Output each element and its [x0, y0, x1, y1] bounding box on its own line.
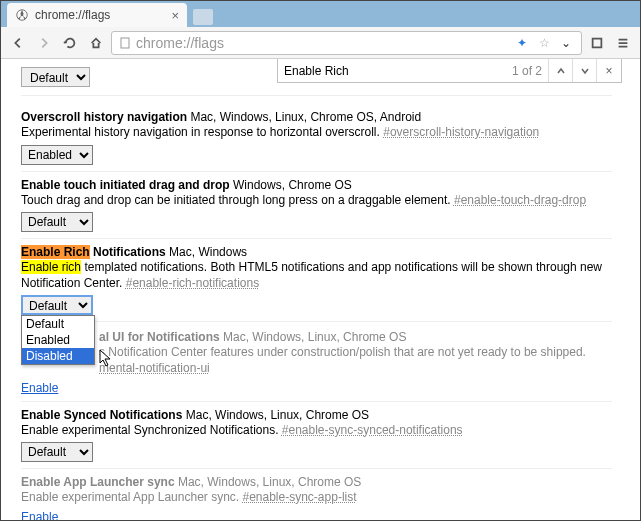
flag-app-launcher-sync: Enable App Launcher sync Mac, Windows, L… [21, 469, 612, 520]
flag-title: al UI for Notifications Mac, Windows, Li… [21, 330, 612, 344]
enable-link[interactable]: Enable [21, 510, 58, 520]
option-disabled[interactable]: Disabled [22, 348, 94, 364]
flag-desc: Enable experimental App Launcher sync. #… [21, 490, 612, 506]
content-area: 1 of 2 × Default Overscroll history navi… [1, 59, 640, 520]
pocket-icon[interactable]: ⌄ [557, 34, 575, 52]
omnibox[interactable]: chrome://flags ✦ ☆ ⌄ [111, 31, 582, 55]
close-icon[interactable]: × [171, 8, 179, 23]
flag-title: Enable Synced Notifications Mac, Windows… [21, 408, 612, 422]
option-enabled[interactable]: Enabled [22, 332, 94, 348]
select-dropdown: Default Enabled Disabled [21, 315, 95, 365]
flags-scroll[interactable]: Default Overscroll history navigation Ma… [1, 59, 640, 520]
flag-hashlink[interactable]: #enable-rich-notifications [126, 276, 259, 290]
new-tab-button[interactable] [193, 9, 213, 25]
flag-select-open[interactable]: Default [21, 295, 93, 315]
flag-desc: Enable experimental Synchronized Notific… [21, 423, 612, 439]
fullscreen-button[interactable] [586, 32, 608, 54]
flag-hashlink[interactable]: #overscroll-history-navigation [383, 125, 539, 139]
flag-title: Enable Rich Notifications Mac, Windows [21, 245, 612, 259]
flag-desc: s Notification Center features under con… [21, 345, 612, 376]
tab-active[interactable]: chrome://flags × [7, 3, 187, 27]
tab-bar: chrome://flags × [1, 1, 640, 27]
flag-overscroll: Overscroll history navigation Mac, Windo… [21, 104, 612, 172]
toolbar: chrome://flags ✦ ☆ ⌄ [1, 27, 640, 59]
flag-select[interactable]: Default [21, 442, 93, 462]
menu-button[interactable] [612, 32, 634, 54]
top-select[interactable]: Default [21, 67, 90, 87]
flag-hashlink[interactable]: mental-notification-ui [99, 361, 210, 375]
flag-select[interactable]: Enabled [21, 145, 93, 165]
svg-rect-2 [121, 38, 129, 48]
flag-experimental-notif-ui: al UI for Notifications Mac, Windows, Li… [21, 324, 612, 401]
reload-button[interactable] [59, 32, 81, 54]
search-highlight: Enable rich [21, 260, 81, 274]
browser-window: chrome://flags × chrome://flags ✦ ☆ ⌄ 1 … [1, 1, 640, 520]
flag-desc: Experimental history navigation in respo… [21, 125, 612, 141]
flag-title: Enable App Launcher sync Mac, Windows, L… [21, 475, 612, 489]
compass-icon[interactable]: ✦ [513, 34, 531, 52]
star-icon[interactable]: ☆ [535, 34, 553, 52]
tab-title: chrome://flags [35, 8, 110, 22]
forward-button[interactable] [33, 32, 55, 54]
flag-hashlink[interactable]: #enable-touch-drag-drop [454, 193, 586, 207]
flag-title: Overscroll history navigation Mac, Windo… [21, 110, 612, 124]
flag-hashlink[interactable]: #enable-sync-app-list [242, 490, 356, 504]
flag-hashlink[interactable]: #enable-sync-synced-notifications [282, 423, 463, 437]
flag-title: Enable touch initiated drag and drop Win… [21, 178, 612, 192]
flag-rich-notifications: Enable Rich Notifications Mac, Windows E… [21, 239, 612, 322]
flag-desc: Enable rich templated notifications. Bot… [21, 260, 612, 291]
option-default[interactable]: Default [22, 316, 94, 332]
enable-link[interactable]: Enable [21, 381, 58, 395]
flag-synced-notifications: Enable Synced Notifications Mac, Windows… [21, 402, 612, 470]
home-button[interactable] [85, 32, 107, 54]
radiation-icon [15, 8, 29, 22]
url-text: chrome://flags [136, 35, 509, 51]
flag-desc: Touch drag and drop can be initiated thr… [21, 193, 612, 209]
document-icon [118, 36, 132, 50]
back-button[interactable] [7, 32, 29, 54]
search-highlight-current: Enable Rich [21, 245, 90, 259]
flag-touch-drag: Enable touch initiated drag and drop Win… [21, 172, 612, 240]
svg-rect-3 [593, 38, 602, 47]
flag-select[interactable]: Default [21, 212, 93, 232]
